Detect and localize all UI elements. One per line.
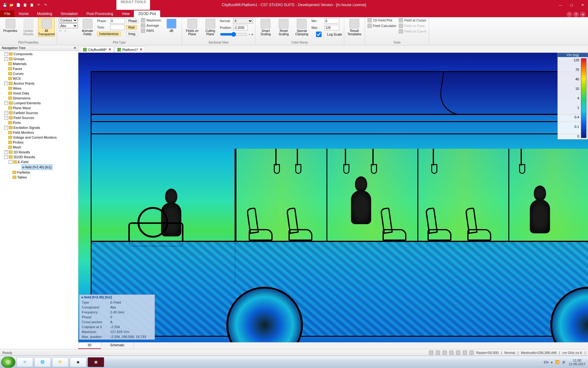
paste-icon[interactable]: 📋 (29, 2, 34, 7)
position-input[interactable] (233, 25, 248, 30)
component-select[interactable]: Abs (59, 23, 78, 28)
reset-scaling-button[interactable]: Reset Scaling (275, 18, 292, 37)
maximum-button[interactable]: Maximum (140, 18, 162, 23)
ribbon-minimize-icon[interactable]: ^ (567, 12, 572, 17)
doc-tab-citybuswifi[interactable]: CityBusWifi*✕ (80, 46, 114, 52)
tray-network-icon[interactable]: 📶 (555, 360, 560, 364)
new-icon[interactable]: 📄 (16, 2, 21, 7)
doc-tab-platform1[interactable]: Platform1*✕ (115, 46, 145, 52)
smart-scaling-button[interactable]: Smart Scaling (257, 18, 274, 37)
tree-item[interactable]: Groups (4, 56, 78, 61)
zoom-in-icon[interactable] (436, 351, 440, 355)
arrow-right-icon[interactable]: → (63, 29, 67, 33)
cutting-plane-button[interactable]: Cutting Plane (202, 18, 219, 37)
tree-item[interactable]: Components (4, 52, 78, 56)
tab-file[interactable]: File (0, 10, 14, 17)
tree-item[interactable]: Voltage and Current Monitors (4, 135, 78, 140)
tab-modeling[interactable]: Modeling (33, 10, 56, 17)
tree-item[interactable]: Voxel Data (4, 91, 78, 96)
tree-item[interactable]: Field Monitors (4, 130, 78, 135)
average-button[interactable]: Average (140, 23, 162, 28)
tree-item[interactable]: Probes (4, 140, 78, 145)
rms-button[interactable]: RMS (140, 28, 162, 33)
help-icon[interactable]: ? (573, 12, 579, 17)
tree-item[interactable]: Lumped Elements (4, 101, 78, 105)
tab-post-processing[interactable]: Post-Processing (82, 10, 117, 17)
minimize-button[interactable]: — (555, 0, 566, 10)
tree-item[interactable]: Dimensions (4, 96, 78, 101)
close-panel-icon[interactable]: ✕ (74, 46, 76, 50)
tree-item-selected[interactable]: e-field (f=2.45) [fs1] (13, 164, 78, 170)
tray-lang[interactable]: EN (544, 360, 548, 364)
tree-item[interactable]: Field Sources (4, 115, 78, 120)
tree-item[interactable]: Anchor Points (4, 81, 78, 86)
taskbar-ie[interactable]: 🌐 (34, 357, 51, 367)
3d-viewport[interactable]: V/m (log) 128704010410.40.10 e-field (f=… (78, 53, 588, 349)
fields-on-plane-button[interactable]: Fields on Plane (184, 18, 201, 37)
tab-home[interactable]: Home (14, 10, 33, 17)
normal-select[interactable]: X (233, 18, 253, 24)
tree-item[interactable]: Materials (4, 61, 78, 66)
close-tab-icon[interactable]: ✕ (108, 48, 111, 52)
pan-icon[interactable] (456, 351, 460, 355)
view-tab-3d[interactable]: 3D (78, 343, 101, 349)
real-button[interactable]: Real (126, 25, 137, 30)
undo-icon[interactable]: ↶ (36, 2, 41, 7)
field-calculator-button[interactable]: Field Calculator (367, 23, 397, 28)
tree-item[interactable]: Tables (9, 175, 78, 180)
phase-button[interactable]: Phase (126, 19, 139, 23)
tree-item[interactable]: Mesh (4, 145, 78, 150)
log-scale-checkbox[interactable] (311, 32, 326, 37)
navigation-tree[interactable]: ComponentsGroupsMaterialsFacesCurvesWCSA… (0, 51, 78, 349)
time-input[interactable] (110, 25, 125, 30)
taskbar-outlook[interactable]: 📧 (17, 357, 33, 367)
special-clamping-button[interactable]: Special Clamping (293, 18, 310, 37)
imag-button[interactable]: Imag. (126, 32, 138, 36)
field-at-cursor-button[interactable]: Field at Cursor (398, 18, 427, 23)
db-button[interactable]: dB (163, 18, 180, 33)
close-button[interactable]: ✕ (577, 0, 588, 10)
tab-view[interactable]: View (117, 10, 134, 17)
redo-icon[interactable]: ↷ (43, 2, 48, 7)
max-input[interactable] (325, 25, 339, 30)
tree-item[interactable]: Faces (4, 66, 78, 71)
1d-field-plot-button[interactable]: 1D Field Plot (367, 18, 397, 23)
arrow-left-icon[interactable]: ← (59, 29, 62, 33)
tree-item[interactable]: Excitation Signals (4, 125, 78, 130)
view-tab-schematic[interactable]: Schematic (101, 343, 134, 349)
select-icon[interactable] (463, 351, 467, 355)
cube-icon[interactable] (469, 351, 474, 355)
tree-item[interactable]: Farfield Sources (4, 110, 78, 115)
start-button[interactable]: ⊞ (1, 357, 15, 368)
tray-clock[interactable]: 11:0012.09.2017 (569, 358, 586, 366)
tree-item[interactable]: Plane Wave (4, 105, 78, 110)
tree-item[interactable]: 1D Results (4, 150, 78, 155)
plot-style-select[interactable]: Contour (59, 18, 78, 23)
rotate-icon[interactable] (449, 351, 454, 355)
tree-item[interactable]: 2D/3D Results (4, 155, 78, 159)
taskbar-cst[interactable]: ▦ (88, 357, 104, 367)
animate-fields-button[interactable]: Animate Fields (79, 18, 96, 37)
maximize-button[interactable]: ▢ (566, 0, 577, 10)
tab-2d3d-plot[interactable]: 2D/3D Plot (134, 10, 160, 17)
tray-volume-icon[interactable]: 🔊 (562, 360, 566, 364)
tree-item[interactable]: WCS (4, 76, 78, 81)
phase-input[interactable] (110, 18, 125, 24)
minus-icon[interactable]: − (248, 33, 250, 36)
open-icon[interactable]: 📂 (9, 2, 14, 7)
update-results-button[interactable]: Update Results (20, 18, 37, 37)
position-slider[interactable] (220, 32, 247, 37)
taskbar-chrome[interactable]: ◉ (70, 357, 86, 367)
tab-simulation[interactable]: Simulation (56, 10, 82, 17)
instantaneous-button[interactable]: Instantaneous (97, 32, 121, 36)
tray-up-icon[interactable]: ▴ (551, 360, 553, 364)
copy-icon[interactable]: 📋 (23, 2, 28, 7)
taskbar-explorer[interactable]: 📁 (52, 357, 69, 367)
plus-icon[interactable]: + (251, 33, 253, 36)
tree-item[interactable]: Curves (4, 71, 78, 76)
save-icon[interactable]: 💾 (2, 2, 7, 7)
dropdown-icon[interactable]: ▾ (580, 12, 586, 17)
tree-item[interactable]: Farfields (9, 170, 78, 175)
tree-item[interactable]: Wires (4, 86, 78, 91)
min-input[interactable] (325, 18, 339, 24)
